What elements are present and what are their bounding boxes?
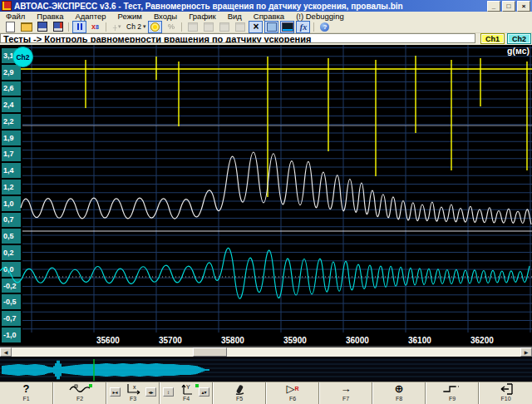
waveform-icon (69, 382, 91, 396)
menu-mode[interactable]: Режим (112, 12, 148, 21)
menu-graph[interactable]: График (183, 12, 221, 21)
menu-help[interactable]: Справка (248, 12, 290, 21)
new-file-button[interactable] (3, 21, 17, 33)
oscilloscope-chart[interactable]: 3,12,92,62,42,21,91,71,41,21,00,70,50,20… (0, 45, 532, 347)
menu-inputs[interactable]: Входы (148, 12, 183, 21)
f9-step-button[interactable]: F9 (426, 382, 479, 404)
record-badge: R (294, 387, 298, 392)
y-expand-button[interactable]: ▴▾ (199, 387, 209, 397)
x-compress-button[interactable]: ▸◂ (110, 387, 121, 397)
save-button[interactable] (35, 21, 49, 33)
arrow-right-icon: → (341, 383, 352, 395)
f3-xscale-button[interactable]: ▸◂ x ◂▸ F3 (106, 382, 160, 404)
percent-icon: % (168, 22, 175, 31)
svg-text:x: x (133, 384, 136, 390)
x-axis-label: 35600 (96, 336, 120, 345)
menu-bar: Файл Правка Адаптер Режим Входы График В… (0, 12, 532, 21)
scope-view-button[interactable] (280, 21, 294, 33)
f5-pedal-button[interactable]: F5 (213, 382, 266, 404)
cursor-prev-icon (188, 22, 198, 32)
test-path-row: Тесты -> Контроль равномерности вращения… (0, 33, 532, 45)
restore-button[interactable]: □ (502, 1, 515, 12)
copy-button[interactable] (217, 21, 231, 33)
minimize-button[interactable]: _ (487, 1, 500, 12)
oscilloscope-screen-icon (282, 22, 293, 32)
f6-record-button[interactable]: ▷R F6 (266, 382, 319, 404)
f7-continue-button[interactable]: → F7 (319, 382, 372, 404)
copy-icon (219, 22, 229, 32)
test-path-field: Тесты -> Контроль равномерности вращения… (0, 33, 475, 43)
channel-selector-label: Ch 2 (126, 22, 141, 31)
x-axis-icon: x (124, 382, 142, 396)
marker-button[interactable]: x8 (88, 21, 102, 33)
menu-adapter[interactable]: Адаптер (69, 12, 111, 21)
save-as-button[interactable] (51, 21, 65, 33)
x-axis-label: 35700 (159, 336, 182, 345)
toolbar: x8 -|-▾ Ch 2▾ % × fx ? (0, 21, 532, 33)
new-file-icon (6, 22, 15, 32)
probe-dropdown[interactable]: -|-▾ (110, 21, 124, 33)
overview-waveform (0, 357, 532, 382)
pedal-icon (231, 382, 248, 396)
open-folder-icon (21, 22, 32, 32)
close-button[interactable]: × (517, 1, 530, 12)
cursor-prev-button[interactable] (185, 21, 200, 33)
channel1-button[interactable]: Ch1 (480, 33, 505, 44)
open-file-button[interactable] (19, 21, 33, 33)
signal-overview-strip[interactable] (0, 357, 532, 382)
menu-edit[interactable]: Правка (31, 12, 69, 21)
x-axis-label: 36200 (470, 336, 494, 345)
x-axis-label: 35900 (283, 336, 307, 345)
clear-x-icon: × (253, 22, 259, 31)
chevron-down-icon: ▾ (118, 23, 121, 30)
horizontal-scrollbar[interactable]: ◀ ▶ (0, 347, 532, 357)
save-icon (37, 22, 47, 32)
channel-dropdown[interactable]: Ch 2▾ (126, 21, 146, 33)
f4-yscale-button[interactable]: ↕ Y ▴▾ F4 (160, 382, 213, 404)
channel2-button[interactable]: Ch2 (507, 33, 531, 44)
scrollbar-thumb[interactable] (193, 347, 227, 357)
y-axis-icon: Y (177, 382, 195, 396)
trace-ch1-envelope (21, 152, 531, 224)
cursor-next-button[interactable] (201, 21, 215, 33)
green-dot-icon (89, 384, 92, 387)
percent-button[interactable]: % (164, 21, 178, 33)
fx-button[interactable]: fx (296, 21, 310, 33)
x-axis-label: 35800 (221, 336, 244, 345)
menu-file[interactable]: Файл (0, 12, 31, 21)
settings-button[interactable] (148, 21, 162, 33)
clear-button[interactable]: × (249, 21, 263, 33)
x-expand-button[interactable]: ◂▸ (145, 387, 156, 397)
toolbar-separator (106, 22, 106, 32)
exit-icon (499, 382, 514, 396)
title-bar: АВТОАС-ЭКСПРЕСС v3.6 - Тест, Равномернос… (0, 0, 532, 12)
grid-toggle-button[interactable] (264, 21, 278, 33)
help-button[interactable]: ? (318, 21, 332, 33)
f8-target-button[interactable]: ⊕ F8 (372, 382, 426, 404)
trace-ch2-acceleration (0, 248, 530, 298)
chevron-down-icon: ▾ (143, 23, 146, 30)
scroll-right-button[interactable]: ▶ (520, 347, 532, 357)
f10-exit-button[interactable]: F10 (479, 382, 532, 404)
window-title: АВТОАС-ЭКСПРЕСС v3.6 - Тест, Равномернос… (14, 2, 487, 11)
report-button[interactable] (233, 21, 247, 33)
menu-debugging[interactable]: (!) Debugging (290, 12, 350, 21)
f1-help-button[interactable]: ? F1 (0, 382, 53, 404)
step-signal-icon (442, 382, 462, 396)
toolbar-separator (68, 22, 69, 32)
app-icon (2, 1, 12, 11)
pause-button[interactable] (72, 21, 86, 33)
probe-icon: -|- (113, 23, 116, 31)
grid-icon (267, 22, 277, 32)
menu-view[interactable]: Вид (222, 12, 248, 21)
chart-plot[interactable]: 35600357003580035900360003610036200 (0, 45, 532, 347)
crosshair-icon: ⊕ (395, 383, 404, 395)
channel-badge[interactable]: Ch2 (12, 47, 33, 67)
report-icon (235, 22, 245, 32)
scroll-left-button[interactable]: ◀ (0, 347, 12, 357)
x-axis-label: 36000 (346, 336, 369, 345)
marker-icon: x8 (91, 23, 99, 31)
toolbar-separator (313, 22, 314, 32)
f2-signal-button[interactable]: F2 (53, 382, 106, 404)
y-compress-button[interactable]: ↕ (163, 387, 174, 397)
